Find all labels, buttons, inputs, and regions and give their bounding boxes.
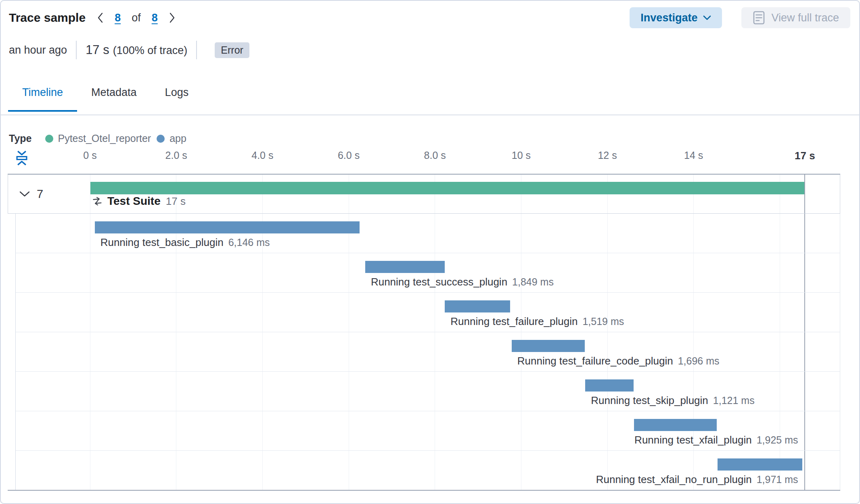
document-icon — [753, 10, 765, 25]
summary-divider — [76, 41, 77, 59]
span-name: Running test_basic_plugin — [100, 236, 224, 249]
legend-label-pytest: Pytest_Otel_reporter — [58, 133, 151, 144]
chevron-left-icon — [97, 12, 104, 24]
trace-duration-note: (100% of trace) — [113, 44, 188, 56]
legend-label-app: app — [169, 133, 186, 144]
merge-arrows-icon — [92, 196, 102, 206]
span-bar[interactable] — [718, 458, 802, 471]
chevron-down-icon — [703, 15, 711, 20]
tab-logs[interactable]: Logs — [151, 80, 203, 111]
span-row: Running test_basic_plugin6,146 ms — [16, 214, 840, 253]
previous-trace-button[interactable] — [97, 12, 104, 24]
time-axis: 0 s2.0 s4.0 s6.0 s8.0 s10 s12 s14 s17 s — [90, 150, 840, 161]
span-row: Running test_success_plugin1,849 ms — [16, 253, 840, 293]
tab-timeline[interactable]: Timeline — [8, 80, 77, 111]
trace-duration: 17 s(100% of trace) — [86, 43, 187, 57]
axis-tick-label: 0 s — [83, 150, 96, 161]
transaction-name: Test Suite — [107, 195, 161, 208]
span-row: Running test_failure_code_plugin1,696 ms — [16, 332, 840, 372]
page-title: Trace sample — [9, 11, 86, 25]
view-full-trace-button[interactable]: View full trace — [741, 7, 850, 28]
fold-icon — [15, 150, 29, 166]
span-name: Running test_skip_plugin — [591, 394, 708, 407]
span-bar[interactable] — [634, 419, 717, 431]
trace-timestamp: an hour ago — [9, 44, 67, 56]
span-duration: 1,849 ms — [512, 276, 554, 288]
span-row: Running test_failure_plugin1,519 ms — [16, 293, 840, 332]
span-bar[interactable] — [95, 221, 360, 233]
header: Trace sample 8 of 8 Investigate — [9, 6, 850, 29]
view-full-trace-label: View full trace — [771, 12, 839, 24]
span-rows: Running test_basic_plugin6,146 msRunning… — [15, 214, 840, 490]
axis-tick-label: 6.0 s — [338, 150, 360, 161]
transaction-row-test-suite: 7 Test Suite 17 s — [8, 175, 840, 214]
trace-summary: an hour ago 17 s(100% of trace) Error — [9, 39, 249, 61]
span-duration: 1,519 ms — [582, 316, 624, 327]
collapse-children-button[interactable] — [19, 191, 30, 197]
child-span-count: 7 — [37, 187, 43, 201]
span-row: Running test_skip_plugin1,121 ms — [16, 372, 840, 411]
trace-duration-value: 17 s — [86, 43, 109, 57]
summary-divider — [196, 41, 197, 59]
investigate-button[interactable]: Investigate — [630, 7, 722, 28]
transaction-duration: 17 s — [166, 195, 186, 208]
span-name: Running test_failure_plugin — [450, 315, 578, 328]
legend-dot-green — [45, 135, 53, 143]
next-trace-button[interactable] — [169, 12, 176, 24]
error-badge: Error — [215, 42, 249, 58]
axis-tick-label: 14 s — [684, 150, 703, 161]
span-duration: 1,121 ms — [713, 395, 755, 406]
legend-title: Type — [9, 133, 32, 144]
pager-of-label: of — [132, 12, 141, 24]
tab-metadata[interactable]: Metadata — [77, 80, 151, 111]
tabs: Timeline Metadata Logs — [8, 80, 203, 111]
trace-sample-panel: Trace sample 8 of 8 Investigate — [0, 0, 860, 504]
axis-tick-label: 10 s — [512, 150, 531, 161]
axis-tick-label: 17 s — [795, 150, 815, 162]
span-duration: 1,971 ms — [757, 474, 798, 485]
legend-dot-blue — [157, 135, 165, 143]
current-trace-link[interactable]: 8 — [115, 12, 121, 24]
type-legend: Type Pytest_Otel_reporter app — [9, 133, 192, 144]
span-name: Running test_success_plugin — [371, 276, 507, 288]
tabs-divider — [1, 115, 860, 115]
span-name: Running test_failure_code_plugin — [517, 355, 673, 367]
total-trace-link[interactable]: 8 — [152, 12, 158, 24]
span-name: Running test_xfail_no_run_plugin — [596, 473, 752, 486]
span-name: Running test_xfail_plugin — [634, 434, 752, 446]
chevron-right-icon — [169, 12, 176, 24]
span-duration: 6,146 ms — [228, 237, 270, 248]
axis-tick-label: 4.0 s — [251, 150, 273, 161]
span-bar[interactable] — [512, 340, 585, 352]
axis-tick-label: 8.0 s — [424, 150, 446, 161]
investigate-button-label: Investigate — [640, 12, 697, 24]
span-duration: 1,925 ms — [757, 434, 798, 446]
chevron-down-icon — [19, 191, 30, 197]
span-row: Running test_xfail_no_run_plugin1,971 ms — [16, 451, 840, 490]
collapse-all-button[interactable] — [14, 150, 29, 167]
axis-tick-label: 12 s — [598, 150, 617, 161]
waterfall-top-border — [8, 174, 840, 175]
axis-tick-label: 2.0 s — [165, 150, 187, 161]
span-bar[interactable] — [445, 300, 510, 312]
span-duration: 1,696 ms — [678, 355, 720, 367]
span-row: Running test_xfail_plugin1,925 ms — [16, 411, 840, 451]
waterfall-bottom-border — [8, 490, 840, 491]
test-suite-bar[interactable] — [90, 182, 804, 194]
span-bar[interactable] — [585, 379, 634, 392]
trace-pager: 8 of 8 — [97, 12, 176, 24]
span-bar[interactable] — [365, 261, 445, 273]
